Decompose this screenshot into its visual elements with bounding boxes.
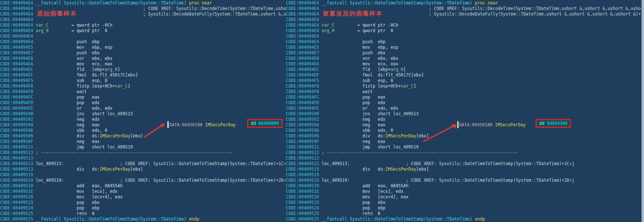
- listing-line[interactable]: CODE:004094FE or edx, edx: [286, 106, 644, 111]
- listing-line[interactable]: CODE:004094FE or edx, edx: [0, 106, 286, 111]
- listing-line[interactable]: CODE:00409506 sbb edx, 0: [286, 128, 644, 133]
- listing-line[interactable]: CODE:00409525 __fastcall Sysutils::DateT…: [286, 216, 644, 222]
- listing-line[interactable]: CODE:004094E4 var_C = qword ptr -0Ch: [0, 23, 286, 28]
- listing-line[interactable]: CODE:00409519 loc_409519: ; CODE XREF: S…: [0, 178, 286, 183]
- listing-line[interactable]: CODE:00409500 jns short loc_409513: [0, 111, 286, 117]
- listing-line[interactable]: CODE:00409513 ; ------------------------…: [0, 150, 286, 156]
- listing-line[interactable]: CODE:00409504 neg eax: [0, 122, 286, 128]
- listing-line[interactable]: CODE:004094EF fmul ds:flt_45017C[ebx]: [0, 72, 286, 78]
- code-segment: CODE:004094EC: [0, 67, 33, 72]
- listing-line[interactable]: CODE:004094EA mov ecx, eax: [286, 61, 644, 67]
- listing-line[interactable]: CODE:004094E7 push ebx: [286, 50, 644, 56]
- listing-line[interactable]: CODE:004094FB wait: [286, 89, 644, 95]
- code-segment: var_C: [36, 23, 49, 28]
- code-listing[interactable]: CODE:004094E4 __fastcall Sysutils::DateT…: [0, 0, 286, 222]
- listing-line[interactable]: CODE:004094E4 push ebp: [0, 39, 286, 45]
- listing-line[interactable]: CODE:004094E4: [0, 34, 286, 39]
- listing-line[interactable]: CODE:004094F8 fistp [esp+0Ch+var_C]: [286, 83, 644, 89]
- code-segment: jns short loc_409513: [319, 111, 419, 116]
- listing-line[interactable]: CODE:0040951E mov [ecx], edx: [286, 189, 644, 194]
- listing-line[interactable]: CODE:00409502 neg edx: [0, 117, 286, 122]
- code-segment: mov ebp, esp: [319, 45, 398, 50]
- listing-line[interactable]: CODE:004094E4: [0, 17, 286, 23]
- listing-line[interactable]: CODE:00409513 loc_409513: ; CODE XREF: S…: [0, 161, 286, 167]
- code-segment: CODE:004094FC: [0, 95, 33, 100]
- listing-line[interactable]: CODE:00409524 pop ebp: [286, 205, 644, 211]
- code-listing[interactable]: CODE:004094E4 __fastcall Sysutils::DateT…: [286, 0, 644, 222]
- listing-line[interactable]: CODE:00409523 pop ebx: [0, 200, 286, 205]
- listing-line[interactable]: CODE:004094F5 sub esp, 8: [0, 78, 286, 83]
- listing-line[interactable]: CODE:00409525 retn 8: [0, 211, 286, 216]
- code-segment: CODE:00409520: [286, 194, 319, 199]
- code-segment: CODE:004094FB: [0, 89, 33, 94]
- listing-line[interactable]: CODE:004094E5 mov ebp, esp: [286, 45, 644, 50]
- listing-line[interactable]: CODE:00409513 ; ------------------------…: [286, 150, 644, 156]
- listing-line[interactable]: CODE:004094E4 __fastcall Sysutils::DateT…: [286, 0, 644, 6]
- code-segment: fld [ebp+: [33, 67, 105, 72]
- listing-line[interactable]: CODE:00409509 div ds:IMSecsPerDay[ebx]: [286, 133, 644, 139]
- listing-line[interactable]: CODE:004094EC fld [ebp+arg_0]: [0, 67, 286, 72]
- annotation-label-modified: 被篡改后的病毒样本: [323, 10, 382, 18]
- code-segment: push ebp: [33, 39, 100, 44]
- listing-line[interactable]: CODE:004094FC pop eax: [286, 95, 644, 100]
- listing-line[interactable]: CODE:004094FD pop edx: [286, 100, 644, 106]
- listing-line[interactable]: CODE:004094F5 sub esp, 8: [286, 78, 644, 83]
- disassembly-pane-modified[interactable]: CODE:004094E4 __fastcall Sysutils::DateT…: [286, 0, 644, 222]
- code-segment: mov ebp, esp: [33, 45, 112, 50]
- listing-line[interactable]: CODE:00409513: [286, 156, 644, 161]
- listing-line[interactable]: CODE:004094E4 push ebp: [286, 39, 644, 45]
- listing-line[interactable]: CODE:004094FB wait: [0, 89, 286, 95]
- listing-line[interactable]: CODE:00409519 loc_409519: ; CODE XREF: S…: [286, 178, 644, 183]
- listing-line[interactable]: CODE:00409524 pop ebp: [0, 205, 286, 211]
- listing-line[interactable]: CODE:004094FC pop eax: [0, 95, 286, 100]
- listing-line[interactable]: CODE:004094E7 push ebx: [0, 50, 286, 56]
- code-segment: push ebp: [319, 39, 385, 44]
- listing-line[interactable]: CODE:0040950F neg eax: [0, 139, 286, 144]
- listing-line[interactable]: CODE:004094E4 var_C = qword ptr -0Ch: [286, 23, 644, 28]
- listing-line[interactable]: CODE:004094EA mov ecx, eax: [0, 61, 286, 67]
- listing-line[interactable]: CODE:00409525 __fastcall Sysutils::DateT…: [0, 216, 286, 222]
- listing-line[interactable]: CODE:00409519: [286, 172, 644, 178]
- code-segment: CODE:004094E4: [286, 23, 319, 28]
- listing-line[interactable]: CODE:00409513 div ds:IMSecsPerDay[ebx]: [286, 167, 644, 172]
- code-segment: CODE:004094EF: [286, 72, 319, 78]
- code-segment: CODE:00409513: [286, 150, 319, 155]
- listing-line[interactable]: CODE:00409511 jmp short loc_409519: [286, 144, 644, 150]
- listing-line[interactable]: CODE:00409506 sbb edx, 0: [0, 128, 286, 133]
- listing-line[interactable]: CODE:004094E4: [286, 34, 644, 39]
- listing-line[interactable]: CODE:00409519 add eax, 0A955Ah: [0, 183, 286, 189]
- listing-line[interactable]: CODE:004094E8 xor ebx, ebx: [286, 56, 644, 61]
- code-segment: __fastcall Sysutils::DateTimeToTimeStamp…: [322, 216, 472, 222]
- listing-line[interactable]: CODE:004094E8 xor ebx, ebx: [0, 56, 286, 61]
- listing-line[interactable]: CODE:00409511 jmp short loc_409519: [0, 144, 286, 150]
- listing-line[interactable]: CODE:00409513 loc_409513: ; CODE XREF: S…: [286, 161, 644, 167]
- text-cursor: [167, 121, 169, 128]
- listing-line[interactable]: CODE:00409513 div ds:IMSecsPerDay[ebx]: [0, 167, 286, 172]
- listing-line[interactable]: CODE:004094FD pop edx: [0, 100, 286, 106]
- listing-line[interactable]: CODE:00409520 mov [ecx+4], eax: [286, 194, 644, 200]
- listing-line[interactable]: CODE:004094F8 fistp [esp+0Ch+var_C]: [0, 83, 286, 89]
- listing-line[interactable]: CODE:00409525 retn 8: [286, 211, 644, 216]
- listing-line[interactable]: CODE:00409519: [0, 172, 286, 178]
- listing-line[interactable]: CODE:0040951E mov [ecx], edx: [0, 189, 286, 194]
- listing-line[interactable]: CODE:00409509 div ds:IMSecsPerDay[ebx]: [0, 133, 286, 139]
- listing-line[interactable]: CODE:00409500 jns short loc_409513: [286, 111, 644, 117]
- vertical-scrollbar[interactable]: [641, 0, 644, 222]
- listing-line[interactable]: CODE:00409519 add eax, 0A955Ah: [286, 183, 644, 189]
- disassembly-pane-original[interactable]: CODE:004094E4 __fastcall Sysutils::DateT…: [0, 0, 286, 222]
- code-segment: CODE:004094E4: [0, 23, 33, 28]
- listing-line[interactable]: CODE:004094E5 mov ebp, esp: [0, 45, 286, 50]
- listing-line[interactable]: CODE:00409523 pop ebx: [286, 200, 644, 205]
- code-segment: CODE:004094F8: [0, 83, 33, 89]
- listing-line[interactable]: CODE:004094EC fld [ebp+arg_0]: [286, 67, 644, 72]
- listing-line[interactable]: CODE:004094E4 arg_0 = qword ptr 8: [286, 28, 644, 34]
- listing-line[interactable]: CODE:004094E4 arg_0 = qword ptr 8: [0, 28, 286, 34]
- code-segment: CODE:004094F5: [0, 78, 33, 83]
- listing-line[interactable]: CODE:0040950F neg eax: [286, 139, 644, 144]
- listing-line[interactable]: CODE:004094EF fmul ds:flt_45017C[ebx]: [286, 72, 644, 78]
- listing-line[interactable]: CODE:00409520 mov [ecx+4], eax: [0, 194, 286, 200]
- listing-line[interactable]: CODE:00409513: [0, 156, 286, 161]
- code-segment: CODE:0040950F: [0, 139, 33, 144]
- listing-line[interactable]: CODE:004094E4: [286, 17, 644, 23]
- listing-line[interactable]: CODE:004094E4 __fastcall Sysutils::DateT…: [0, 0, 286, 6]
